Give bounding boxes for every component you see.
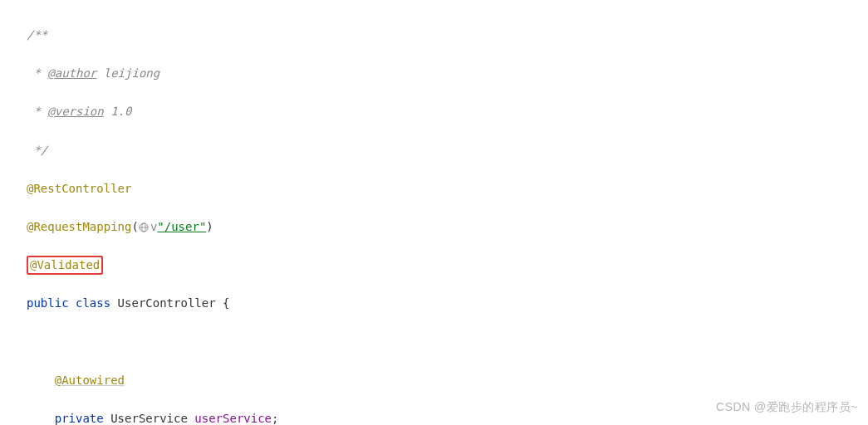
code-line: private UserService userService;	[27, 409, 868, 425]
doc-tag-author: @author	[47, 66, 96, 80]
comment-close: */	[27, 144, 47, 157]
code-line: * @version 1.0	[27, 102, 868, 121]
annotation-restcontroller: @RestController	[27, 182, 131, 195]
code-line: @RequestMapping(v"/user")	[27, 217, 868, 237]
code-line: */	[27, 141, 868, 160]
code-line: public class UserController {	[27, 294, 868, 313]
code-line	[27, 333, 868, 352]
doc-tag-version: @version	[47, 105, 103, 118]
field-userservice: userService	[194, 412, 272, 425]
class-name: UserController	[118, 296, 216, 310]
code-editor[interactable]: /** * @author leijiong * @version 1.0 */…	[7, 7, 868, 425]
highlight-box-validated: @Validated	[27, 256, 103, 275]
annotation-requestmapping: @RequestMapping	[27, 220, 131, 233]
code-line: @RestController	[27, 179, 868, 198]
code-line: @Validated	[27, 256, 868, 275]
globe-icon	[139, 222, 149, 232]
annotation-autowired: @Autowired	[55, 374, 125, 387]
code-line: /**	[27, 26, 868, 45]
comment-open: /**	[27, 28, 47, 42]
code-line: * @author leijiong	[27, 64, 868, 83]
annotation-validated: @Validated	[30, 258, 100, 271]
code-line: @Autowired	[27, 371, 868, 390]
string-user-path: "/user"	[157, 220, 206, 233]
